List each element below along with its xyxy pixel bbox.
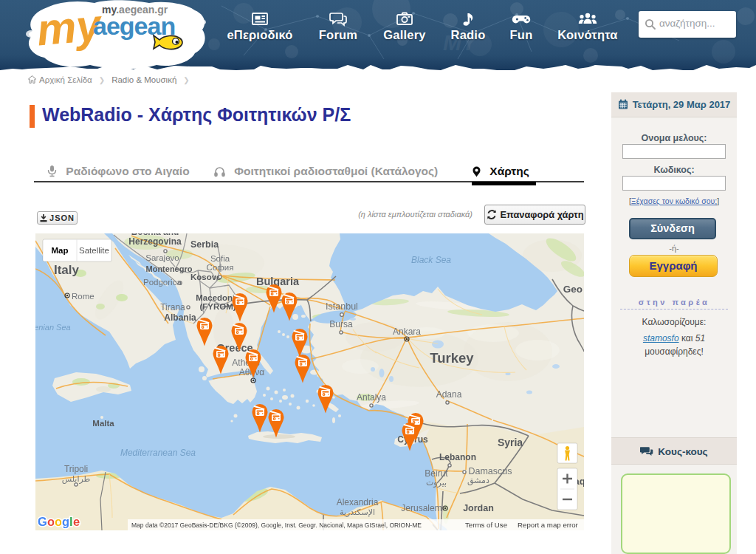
svg-text:الإسكندرية: الإسكندرية bbox=[340, 507, 375, 517]
svg-text:Lebanon: Lebanon bbox=[439, 452, 476, 462]
svg-text:Beirut: Beirut bbox=[425, 468, 448, 479]
svg-text:e: e bbox=[73, 515, 80, 528]
svg-text:G: G bbox=[38, 515, 47, 528]
svg-text:Jordan: Jordan bbox=[463, 503, 494, 513]
svg-text:Kosovo: Kosovo bbox=[190, 273, 221, 281]
svg-text:Black Sea: Black Sea bbox=[411, 255, 451, 265]
svg-text:aegean: aegean bbox=[93, 12, 175, 40]
svg-text:Serbia: Serbia bbox=[190, 239, 219, 250]
svg-text:nenian Sea: nenian Sea bbox=[35, 323, 71, 332]
svg-text:Report a map error: Report a map error bbox=[518, 521, 579, 529]
svg-text:(FYROM): (FYROM) bbox=[199, 302, 236, 311]
svg-text:Podgorica: Podgorica bbox=[143, 278, 182, 287]
svg-text:Map: Map bbox=[52, 246, 69, 255]
svg-text:Tripoli: Tripoli bbox=[64, 464, 88, 474]
svg-text:Bursa: Bursa bbox=[329, 319, 353, 329]
svg-text:g: g bbox=[62, 515, 69, 528]
svg-text:بيروت: بيروت bbox=[426, 478, 447, 488]
svg-text:София: София bbox=[207, 263, 234, 272]
svg-text:Herzegovina: Herzegovina bbox=[128, 236, 182, 247]
svg-text:Antalya: Antalya bbox=[357, 392, 386, 403]
svg-text:Geo: Geo bbox=[563, 284, 583, 295]
svg-text:Rome: Rome bbox=[72, 292, 94, 301]
svg-text:Adana: Adana bbox=[436, 389, 462, 400]
svg-text:Malta: Malta bbox=[92, 419, 114, 428]
svg-text:Sarajevo: Sarajevo bbox=[145, 253, 179, 262]
svg-text:l: l bbox=[69, 515, 73, 528]
svg-text:Istanbul: Istanbul bbox=[326, 301, 358, 312]
svg-text:Sofia: Sofia bbox=[210, 254, 230, 263]
svg-text:Terms of Use: Terms of Use bbox=[465, 521, 507, 529]
svg-text:Alexandria: Alexandria bbox=[337, 497, 379, 507]
svg-text:Italy: Italy bbox=[54, 263, 80, 277]
svg-text:Satellite: Satellite bbox=[79, 246, 109, 255]
svg-text:Map data ©2017 GeoBasis-DE/BKG: Map data ©2017 GeoBasis-DE/BKG (©2009), … bbox=[131, 521, 422, 529]
svg-text:Damascus: Damascus bbox=[468, 466, 512, 476]
svg-text:o: o bbox=[55, 515, 62, 528]
svg-text:Albania: Albania bbox=[164, 312, 196, 323]
svg-text:طرابلس: طرابلس bbox=[62, 474, 91, 484]
svg-text:Montenegro: Montenegro bbox=[146, 264, 193, 273]
svg-text:Ankara: Ankara bbox=[393, 326, 421, 337]
svg-text:Mediterranean Sea: Mediterranean Sea bbox=[120, 448, 196, 458]
svg-text:Turkey: Turkey bbox=[430, 350, 474, 366]
svg-text:o: o bbox=[47, 515, 55, 528]
svg-text:Tirana: Tirana bbox=[160, 302, 185, 312]
svg-text:Syria: Syria bbox=[498, 437, 523, 448]
svg-text:Jerusalem: Jerusalem bbox=[401, 503, 441, 513]
svg-text:دمشق: دمشق bbox=[467, 476, 489, 486]
